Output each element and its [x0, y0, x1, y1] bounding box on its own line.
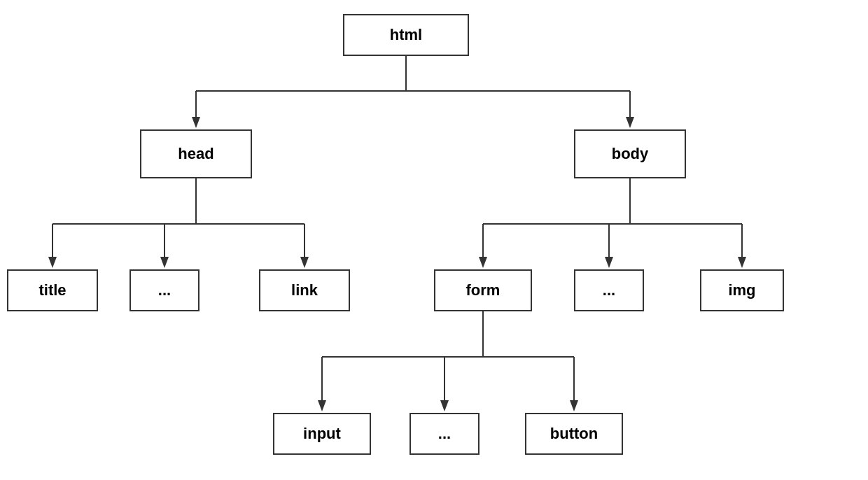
- connector-lines: [0, 0, 868, 480]
- node-img: img: [700, 269, 784, 311]
- node-dots1: ...: [130, 269, 200, 311]
- node-input: input: [273, 413, 371, 455]
- node-head: head: [140, 129, 252, 178]
- node-dots2: ...: [574, 269, 644, 311]
- node-title: title: [7, 269, 98, 311]
- tree-diagram: html head body title ... link form ... i…: [0, 0, 868, 480]
- node-html: html: [343, 14, 469, 56]
- node-link: link: [259, 269, 350, 311]
- node-button: button: [525, 413, 623, 455]
- node-body: body: [574, 129, 686, 178]
- node-dots3: ...: [410, 413, 479, 455]
- node-form: form: [434, 269, 532, 311]
